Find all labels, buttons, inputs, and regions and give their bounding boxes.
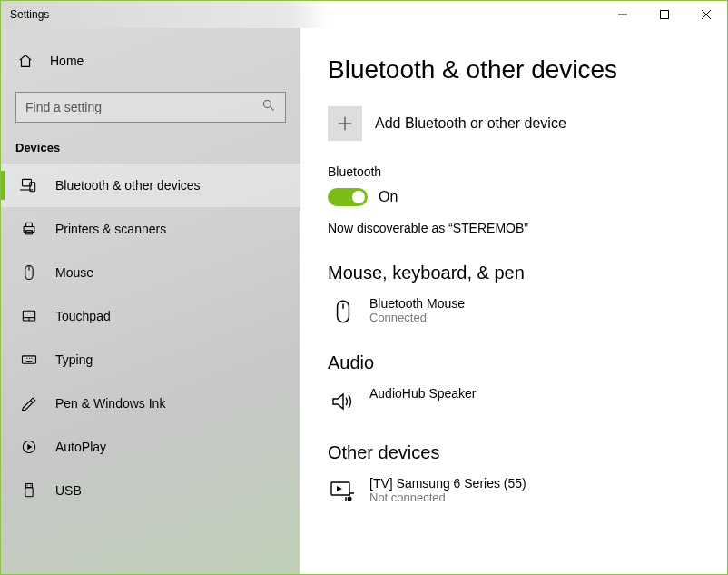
- devices-icon: [19, 175, 39, 195]
- touchpad-icon: [19, 306, 39, 326]
- window-body: Home Devices: [1, 28, 727, 574]
- plus-icon: [328, 106, 362, 141]
- window-title: Settings: [10, 8, 49, 21]
- sidebar-item-label: Bluetooth & other devices: [55, 178, 201, 193]
- printer-icon: [19, 219, 39, 239]
- device-status: Not connected: [369, 491, 526, 504]
- search-wrap: [1, 92, 300, 137]
- discoverable-text: Now discoverable as “STEREMOB”: [328, 221, 700, 235]
- pen-icon: [19, 393, 39, 413]
- svg-point-4: [263, 100, 271, 107]
- add-device-label: Add Bluetooth or other device: [375, 115, 566, 132]
- search-box[interactable]: [15, 92, 286, 123]
- svg-rect-1: [661, 11, 669, 19]
- window-controls: [602, 1, 727, 28]
- sidebar-item-usb[interactable]: USB: [1, 469, 300, 512]
- home-nav[interactable]: Home: [1, 43, 300, 79]
- home-label: Home: [50, 54, 84, 68]
- sidebar-item-autoplay[interactable]: AutoPlay: [1, 425, 300, 469]
- section-heading-mouse: Mouse, keyboard, & pen: [328, 263, 700, 283]
- sidebar-item-label: Typing: [55, 352, 93, 367]
- svg-point-36: [348, 497, 352, 501]
- bluetooth-label: Bluetooth: [328, 164, 700, 179]
- sidebar-nav-list: Bluetooth & other devices Printers & sca…: [1, 164, 300, 512]
- tv-icon: [328, 476, 359, 507]
- sidebar-item-bluetooth[interactable]: Bluetooth & other devices: [1, 164, 300, 207]
- sidebar: Home Devices: [1, 28, 300, 574]
- autoplay-icon: [19, 437, 39, 457]
- page-title: Bluetooth & other devices: [328, 55, 700, 84]
- sidebar-section-label: Devices: [1, 137, 300, 164]
- settings-window: Settings Home: [0, 0, 728, 575]
- svg-marker-33: [333, 394, 343, 409]
- sidebar-item-typing[interactable]: Typing: [1, 338, 300, 382]
- svg-marker-24: [27, 444, 32, 451]
- device-name: AudioHub Speaker: [369, 386, 477, 401]
- section-heading-audio: Audio: [328, 352, 700, 373]
- svg-line-5: [271, 107, 274, 111]
- maximize-button[interactable]: [644, 1, 685, 28]
- close-button[interactable]: [685, 1, 727, 28]
- sidebar-item-label: AutoPlay: [55, 440, 106, 454]
- minimize-button[interactable]: [602, 1, 644, 28]
- sidebar-item-pen[interactable]: Pen & Windows Ink: [1, 382, 300, 425]
- search-icon: [261, 98, 276, 116]
- home-icon: [15, 51, 35, 71]
- svg-rect-25: [26, 484, 33, 488]
- add-device-button[interactable]: Add Bluetooth or other device: [328, 106, 700, 141]
- svg-rect-17: [23, 356, 36, 363]
- sidebar-item-label: Mouse: [55, 265, 93, 280]
- sidebar-item-label: Touchpad: [55, 309, 111, 323]
- device-name: [TV] Samsung 6 Series (55): [369, 476, 526, 491]
- svg-rect-9: [24, 227, 34, 233]
- usb-icon: [19, 481, 39, 501]
- bluetooth-toggle-row: On: [328, 188, 700, 206]
- sidebar-item-label: Printers & scanners: [55, 222, 166, 236]
- content-pane: Bluetooth & other devices Add Bluetooth …: [300, 28, 727, 574]
- speaker-icon: [328, 386, 359, 417]
- bluetooth-toggle-state: On: [379, 189, 398, 205]
- sidebar-item-mouse[interactable]: Mouse: [1, 251, 300, 294]
- device-row[interactable]: Bluetooth Mouse Connected: [328, 292, 700, 343]
- svg-marker-35: [337, 486, 342, 491]
- titlebar: Settings: [1, 1, 727, 28]
- search-input[interactable]: [25, 100, 261, 114]
- svg-rect-26: [25, 488, 33, 497]
- sidebar-item-touchpad[interactable]: Touchpad: [1, 294, 300, 338]
- mouse-icon: [328, 296, 359, 327]
- sidebar-item-label: Pen & Windows Ink: [55, 396, 165, 411]
- device-row[interactable]: [TV] Samsung 6 Series (55) Not connected: [328, 472, 700, 523]
- section-heading-other: Other devices: [328, 442, 700, 463]
- mouse-icon: [19, 263, 39, 283]
- sidebar-item-label: USB: [55, 483, 82, 498]
- device-name: Bluetooth Mouse: [369, 296, 465, 311]
- bluetooth-toggle[interactable]: [328, 188, 368, 206]
- svg-rect-10: [26, 223, 33, 226]
- device-status: Connected: [369, 311, 465, 324]
- sidebar-item-printers[interactable]: Printers & scanners: [1, 207, 300, 251]
- device-row[interactable]: AudioHub Speaker: [328, 382, 700, 433]
- keyboard-icon: [19, 350, 39, 370]
